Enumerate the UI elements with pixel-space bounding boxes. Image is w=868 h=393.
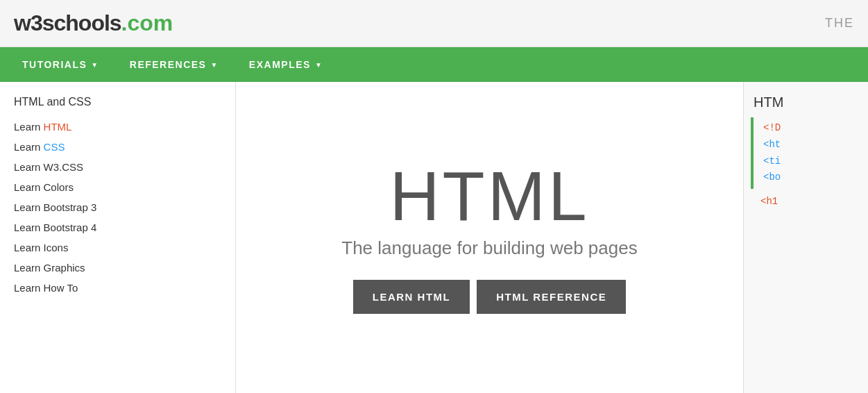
right-panel: HTM <!D <ht <ti <bo <h1 — [743, 82, 868, 393]
nav-tutorials-label: TUTORIALS — [22, 59, 87, 70]
sidebar-link-learn-bootstrap3[interactable]: Learn Bootstrap 3 — [0, 197, 235, 217]
sidebar: HTML and CSS Learn HTML Learn CSS Learn … — [0, 82, 236, 393]
nav-references-label: REFERENCES — [130, 59, 207, 70]
top-right-text: THE — [825, 16, 854, 31]
nav-examples-arrow: ▼ — [315, 61, 323, 69]
main-layout: HTML and CSS Learn HTML Learn CSS Learn … — [0, 82, 868, 393]
hero-buttons: LEARN HTML HTML REFERENCE — [353, 280, 627, 314]
sidebar-link-learn-w3css[interactable]: Learn W3.CSS — [0, 157, 235, 177]
sidebar-link-learn-colors[interactable]: Learn Colors — [0, 177, 235, 197]
nav-tutorials-arrow: ▼ — [91, 61, 99, 69]
code-panel: <!D <ht <ti <bo — [751, 117, 868, 189]
sidebar-category: HTML and CSS — [0, 93, 235, 117]
logo-container: w3schools.com — [14, 10, 173, 36]
sidebar-link-learn-css-highlight: CSS — [44, 141, 65, 153]
sidebar-link-learn-icons[interactable]: Learn Icons — [0, 237, 235, 258]
nav-tutorials[interactable]: TUTORIALS ▼ — [7, 47, 114, 82]
sidebar-link-learn-howto[interactable]: Learn How To — [0, 278, 235, 298]
code-line-4: <bo — [763, 169, 858, 186]
top-bar: w3schools.com THE — [0, 0, 868, 47]
sidebar-link-learn-css[interactable]: Learn CSS — [0, 137, 235, 157]
code-line-2: <ht — [763, 137, 858, 153]
logo-w3[interactable]: w3schools — [14, 10, 121, 36]
nav-bar: TUTORIALS ▼ REFERENCES ▼ EXAMPLES ▼ — [0, 47, 868, 82]
nav-examples-label: EXAMPLES — [249, 59, 311, 70]
code-line-3: <ti — [763, 153, 858, 170]
nav-references[interactable]: REFERENCES ▼ — [114, 47, 234, 82]
nav-examples[interactable]: EXAMPLES ▼ — [234, 47, 338, 82]
code-line-bottom: <h1 — [760, 196, 778, 207]
sidebar-link-learn-html[interactable]: Learn HTML — [0, 117, 235, 137]
sidebar-link-learn-html-highlight: HTML — [44, 121, 72, 133]
right-panel-title: HTM — [744, 89, 868, 117]
code-bottom: <h1 — [751, 193, 868, 210]
hero-subtitle: The language for building web pages — [341, 237, 637, 259]
html-reference-button[interactable]: HTML REFERENCE — [477, 280, 626, 314]
content-area: HTML The language for building web pages… — [236, 82, 743, 393]
code-line-1: <!D — [763, 120, 858, 137]
sidebar-link-learn-graphics[interactable]: Learn Graphics — [0, 258, 235, 278]
logo-com[interactable]: .com — [121, 10, 173, 36]
nav-references-arrow: ▼ — [210, 61, 218, 69]
sidebar-link-learn-bootstrap4[interactable]: Learn Bootstrap 4 — [0, 217, 235, 237]
hero-title: HTML — [389, 161, 589, 231]
learn-html-button[interactable]: LEARN HTML — [353, 280, 470, 314]
